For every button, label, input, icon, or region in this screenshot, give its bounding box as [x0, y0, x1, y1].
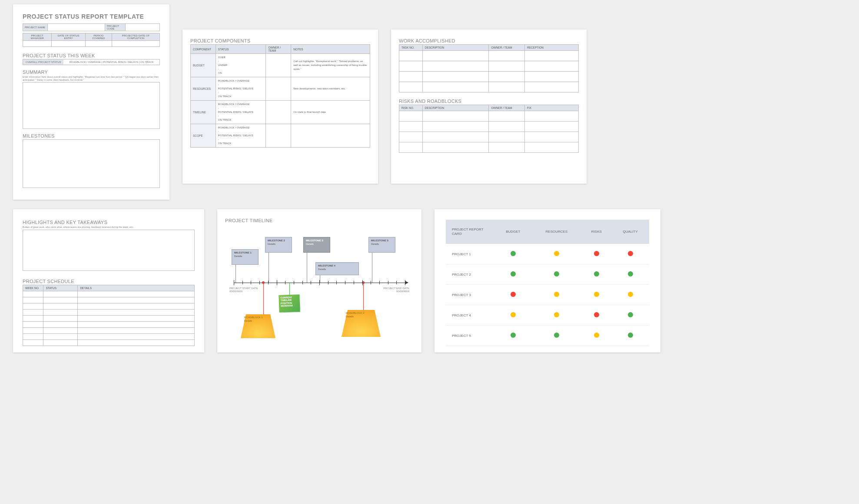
comp-hdr-component: COMPONENT [191, 45, 216, 54]
component-owner[interactable] [266, 77, 291, 101]
timeline-tick [302, 281, 303, 284]
timeline-tick [294, 281, 294, 284]
status-cell [494, 244, 531, 264]
sched-row[interactable] [23, 333, 195, 339]
work-title: WORK ACCOMPLISHED [399, 38, 579, 43]
ms4-title: MILESTONE 4 [318, 264, 335, 267]
current-position-box: CURRENT TIMELINE POSITION 00/00/0000 [279, 294, 300, 313]
risk-row[interactable] [399, 142, 579, 153]
project-components-card: PROJECT COMPONENTS COMPONENT STATUS OWNE… [182, 30, 378, 184]
component-status[interactable]: ROADBLOCK / OVERAGE - POTENTIAL RISKS / … [216, 77, 266, 101]
timeline-tick [242, 281, 243, 284]
sched-row[interactable] [23, 327, 195, 333]
sched-row[interactable] [23, 309, 195, 315]
status-dot-icon [554, 271, 559, 277]
timeline-diagram: /*ticks drawn below*/ MILESTONE 1 Detail… [225, 224, 414, 346]
component-name: RESOURCES [191, 77, 216, 101]
component-notes[interactable]: On track to final launch date [291, 101, 370, 124]
overall-status-options[interactable]: ROADBLOCK / OVERAGE | POTENTIAL RISKS / … [63, 59, 159, 65]
projected-value[interactable] [112, 41, 159, 47]
start-label-text: PROJECT START DATE [229, 287, 258, 290]
report-project-name: PROJECT 2 [446, 264, 494, 285]
schedule-title: PROJECT SCHEDULE [23, 279, 195, 284]
work-row[interactable] [399, 51, 579, 61]
status-dot-icon [511, 271, 516, 277]
date-entry-value[interactable] [52, 41, 86, 47]
risk-hdr-owner: OWNER / TEAM [489, 105, 525, 111]
timeline-tick [319, 280, 320, 285]
risk-row[interactable] [399, 132, 579, 142]
project-timeline-card: PROJECT TIMELINE /*ticks drawn below*/ M… [217, 209, 421, 352]
risk-row[interactable] [399, 122, 579, 132]
work-hdr-owner: OWNER / TEAM [489, 45, 525, 51]
component-notes[interactable]: Call out highlights: "Exceptional work."… [291, 54, 370, 77]
component-notes[interactable]: New developments, new team members, etc. [291, 77, 370, 101]
component-owner[interactable] [266, 101, 291, 124]
start-date-label: PROJECT START DATE 00/00/0000 [229, 287, 260, 293]
risk-row[interactable] [399, 111, 579, 122]
ms5-title: MILESTONE 5 [371, 239, 388, 242]
highlights-box[interactable] [23, 230, 195, 271]
timeline-tick [234, 280, 234, 285]
project-report-card: PROJECT REPORT CARD BUDGET RESOURCES RIS… [434, 209, 660, 352]
risk-hdr-no: RISK NO. [399, 105, 423, 111]
work-row[interactable] [399, 61, 579, 72]
report-row: PROJECT 4 [446, 305, 649, 326]
status-cell [581, 264, 611, 285]
sched-row[interactable] [23, 297, 195, 303]
project-code-label: PROJECT CODE [105, 24, 125, 31]
status-cell [494, 305, 531, 326]
status-cell [531, 264, 581, 285]
sched-row[interactable] [23, 339, 195, 346]
period-value[interactable] [85, 41, 112, 47]
work-risks-card: WORK ACCOMPLISHED TASK NO. DESCRIPTION O… [391, 30, 587, 184]
component-notes[interactable] [291, 124, 370, 148]
status-cell [531, 285, 581, 305]
work-row[interactable] [399, 82, 579, 92]
sched-row[interactable] [23, 291, 195, 297]
components-title: PROJECT COMPONENTS [190, 38, 370, 43]
sched-row[interactable] [23, 303, 195, 309]
highlights-title: HIGHLIGHTS AND KEY TAKEAWAYS [23, 220, 195, 225]
status-dot-icon [511, 292, 516, 297]
status-cell [581, 305, 611, 326]
status-dot-icon [594, 251, 599, 256]
component-status[interactable]: ROADBLOCK / OVERAGE - POTENTIAL RISKS / … [216, 101, 266, 124]
status-dot-icon [511, 333, 516, 338]
milestone-box-4: MILESTONE 4 Details [315, 262, 359, 275]
component-owner[interactable] [266, 54, 291, 77]
project-name-value[interactable] [47, 24, 105, 31]
timeline-tick [371, 281, 371, 284]
summary-box[interactable] [23, 82, 160, 129]
work-row[interactable] [399, 72, 579, 82]
component-status[interactable]: ROADBLOCK / OVERAGE - POTENTIAL RISKS / … [216, 124, 266, 148]
milestones-box[interactable] [23, 139, 160, 188]
comp-hdr-owner: OWNER / TEAM [266, 45, 291, 54]
status-cell [611, 264, 649, 285]
sched-row[interactable] [23, 315, 195, 321]
component-row: RESOURCESROADBLOCK / OVERAGE - POTENTIAL… [191, 77, 370, 101]
components-table: COMPONENT STATUS OWNER / TEAM NOTES BUDG… [190, 44, 370, 148]
overall-status-label: OVERALL PROJECT STATUS [23, 59, 63, 65]
risks-table: RISK NO. DESCRIPTION OWNER / TEAM FIX [399, 105, 579, 153]
component-name: TIMELINE [191, 101, 216, 124]
end-date-label: PROJECT END DATE 00/00/0000 [379, 287, 409, 293]
end-date-text: 00/00/0000 [396, 290, 409, 293]
pm-value[interactable] [23, 41, 52, 47]
risk-hdr-desc: DESCRIPTION [422, 105, 489, 111]
sched-hdr-status: STATUS [43, 285, 78, 291]
component-owner[interactable] [266, 124, 291, 148]
project-status-report-card: PROJECT STATUS REPORT TEMPLATE PROJECT N… [13, 4, 169, 200]
start-date-text: 00/00/0000 [229, 290, 242, 293]
component-status[interactable]: OVER - UNDER - ON [216, 54, 266, 77]
timeline-tick [362, 280, 363, 285]
status-cell [494, 285, 531, 305]
ms2-detail: Details [268, 243, 275, 245]
timeline-tick [345, 281, 345, 284]
timeline-tick [311, 281, 311, 284]
project-code-value[interactable] [126, 24, 160, 31]
schedule-table: WEEK NO. STATUS DETAILS [23, 285, 195, 346]
sched-row[interactable] [23, 321, 195, 327]
sched-hdr-week: WEEK NO. [23, 285, 43, 291]
status-dot-icon [594, 292, 599, 297]
